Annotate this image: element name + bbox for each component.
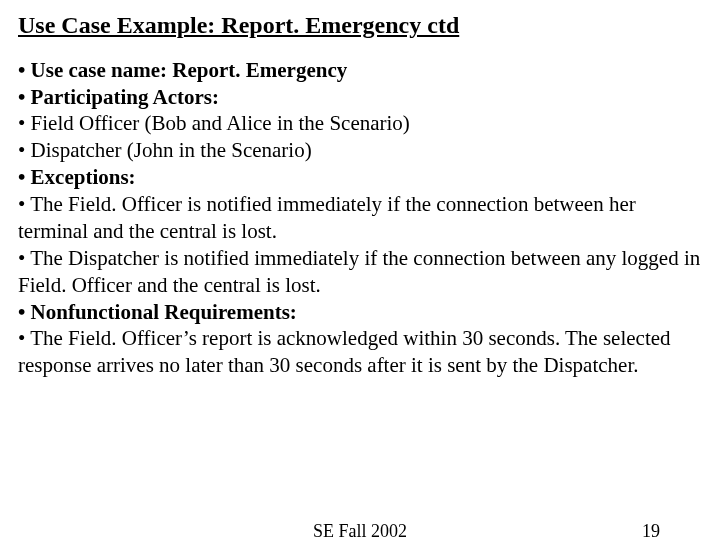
label-exceptions: • Exceptions: [18, 164, 702, 191]
slide-body: • Use case name: Report. Emergency • Par… [18, 57, 702, 380]
slide-content: Use Case Example: Report. Emergency ctd … [0, 0, 720, 379]
nonfunctional-1: • The Field. Officer’s report is acknowl… [18, 325, 702, 379]
value-use-case-name: Report. Emergency [172, 58, 347, 82]
actor-field-officer: • Field Officer (Bob and Alice in the Sc… [18, 110, 702, 137]
label-participating-actors: • Participating Actors: [18, 84, 702, 111]
page-number: 19 [642, 520, 660, 540]
slide-title: Use Case Example: Report. Emergency ctd [18, 10, 702, 41]
line-usecase-name: • Use case name: Report. Emergency [18, 57, 702, 84]
exception-2: • The Dispatcher is notified immediately… [18, 245, 702, 299]
actor-dispatcher: • Dispatcher (John in the Scenario) [18, 137, 702, 164]
footer-center-text: SE Fall 2002 [0, 520, 720, 540]
exception-1: • The Field. Officer is notified immedia… [18, 191, 702, 245]
label-nonfunctional: • Nonfunctional Requirements: [18, 299, 702, 326]
label-use-case-name: • Use case name: [18, 58, 172, 82]
